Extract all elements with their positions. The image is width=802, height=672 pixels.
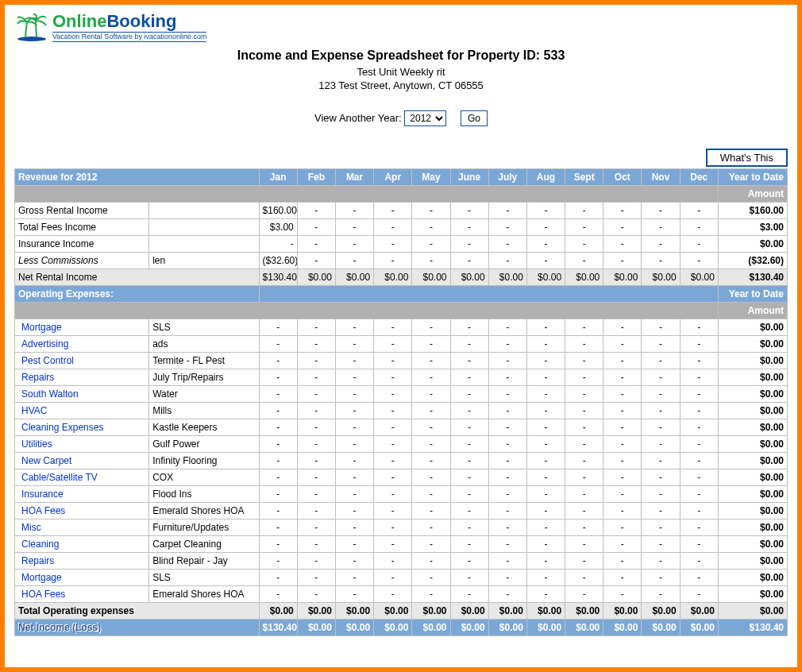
cell-ytd: $0.00	[718, 453, 787, 469]
expense-link[interactable]: Cleaning Expenses	[15, 419, 149, 436]
expense-link[interactable]: HOA Fees	[15, 503, 149, 519]
expense-link[interactable]: Repairs	[15, 369, 149, 386]
row-label: Total Fees Income	[15, 219, 149, 236]
cell-month: -	[642, 586, 680, 603]
cell-ytd: $0.00	[718, 603, 787, 620]
cell-month: -	[565, 236, 603, 253]
cell-month: -	[412, 336, 450, 353]
expense-link[interactable]: Misc	[15, 519, 149, 536]
cell-month: -	[335, 436, 373, 453]
cell-month: -	[680, 570, 718, 586]
cell-month: -	[450, 453, 488, 469]
expense-link[interactable]: HVAC	[15, 403, 149, 419]
year-select[interactable]: 2012	[404, 110, 446, 126]
cell-month: $0.00	[297, 603, 335, 620]
cell-ytd: $0.00	[718, 503, 787, 519]
expense-link[interactable]: Insurance	[15, 486, 149, 503]
month-header: Mar	[335, 169, 373, 186]
ytd-header: Year to Date	[718, 169, 787, 186]
expense-link[interactable]: Advertising	[15, 336, 149, 353]
cell-month: -	[450, 469, 488, 486]
cell-month: -	[488, 319, 526, 336]
cell-month: -	[680, 203, 718, 219]
cell-month: -	[565, 203, 603, 219]
cell-ytd: $0.00	[718, 519, 787, 536]
expense-link[interactable]: HOA Fees	[15, 586, 149, 603]
cell-month: -	[297, 353, 335, 369]
cell-ytd: $130.40	[718, 620, 787, 636]
cell-month: -	[259, 519, 297, 536]
expense-link[interactable]: Utilities	[15, 436, 149, 453]
row-vendor: Blind Repair - Jay	[149, 553, 259, 570]
month-header: June	[450, 169, 488, 186]
cell-month: -	[259, 486, 297, 503]
cell-month: -	[374, 486, 412, 503]
row-vendor: ads	[149, 336, 259, 353]
cell-month: -	[374, 519, 412, 536]
cell-month: -	[603, 469, 642, 486]
expense-link[interactable]: Pest Control	[15, 353, 149, 369]
cell-month: -	[450, 519, 488, 536]
net-income-label: Net Income (Loss)	[15, 620, 260, 636]
cell-month: -	[374, 236, 412, 253]
cell-month: -	[259, 319, 297, 336]
expense-link[interactable]: Repairs	[15, 553, 149, 570]
cell-month: -	[642, 403, 680, 419]
cell-month: -	[603, 386, 642, 403]
cell-month: -	[603, 336, 642, 353]
cell-month: -	[335, 319, 373, 336]
cell-month: -	[450, 219, 488, 236]
cell-month: -	[642, 336, 680, 353]
row-vendor: Termite - FL Pest	[149, 353, 259, 369]
cell-month: -	[259, 553, 297, 570]
cell-month: -	[412, 553, 450, 570]
cell-month: $0.00	[259, 603, 297, 620]
cell-month: -	[297, 486, 335, 503]
cell-month: -	[335, 553, 373, 570]
cell-month: -	[374, 453, 412, 469]
row-vendor: SLS	[149, 570, 259, 586]
cell-month: -	[412, 353, 450, 369]
cell-month: -	[412, 486, 450, 503]
expense-link[interactable]: Mortgage	[15, 319, 149, 336]
cell-month: -	[488, 253, 526, 269]
cell-month: -	[526, 503, 565, 519]
expense-link[interactable]: Cable/Satellite TV	[15, 469, 149, 486]
cell-month: -	[374, 436, 412, 453]
go-button[interactable]: Go	[461, 110, 488, 126]
cell-ytd: $0.00	[718, 536, 787, 553]
expense-link[interactable]: South Walton	[15, 386, 149, 403]
expense-link[interactable]: Mortgage	[15, 570, 149, 586]
cell-ytd: $0.00	[718, 586, 787, 603]
cell-month: -	[297, 453, 335, 469]
cell-month: -	[526, 386, 565, 403]
cell-month: -	[259, 586, 297, 603]
month-header: Dec	[680, 169, 718, 186]
expense-link[interactable]: Cleaning	[15, 536, 149, 553]
cell-month: -	[642, 469, 680, 486]
cell-month: -	[412, 536, 450, 553]
cell-month: -	[526, 253, 565, 269]
cell-month: -	[642, 353, 680, 369]
cell-month: -	[603, 219, 642, 236]
cell-month: -	[526, 403, 565, 419]
cell-month: -	[297, 403, 335, 419]
cell-month: -	[642, 203, 680, 219]
cell-month: -	[680, 253, 718, 269]
cell-month: -	[450, 403, 488, 419]
cell-month: -	[374, 203, 412, 219]
app-frame: OnlineBooking Vacation Rental Software b…	[0, 0, 802, 672]
income-expense-table: Revenue for 2012JanFebMarAprMayJuneJulyA…	[14, 168, 788, 636]
cell-month: -	[297, 386, 335, 403]
cell-month: -	[450, 253, 488, 269]
expense-link[interactable]: New Carpet	[15, 453, 149, 469]
cell-month: -	[297, 586, 335, 603]
cell-month: -	[680, 453, 718, 469]
logo: OnlineBooking Vacation Rental Software b…	[14, 13, 788, 42]
cell-month: -	[412, 469, 450, 486]
cell-month: -	[526, 436, 565, 453]
whats-this-button[interactable]: What's This	[706, 149, 788, 167]
row-vendor: COX	[149, 469, 259, 486]
row-vendor: Water	[149, 386, 259, 403]
cell-month: -	[450, 353, 488, 369]
